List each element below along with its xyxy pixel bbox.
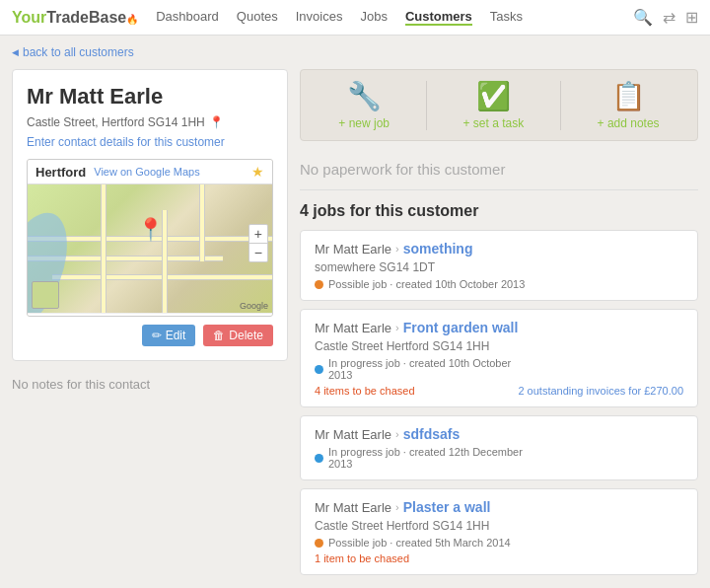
google-logo: Google: [240, 301, 268, 311]
checkmark-icon: ✅: [476, 80, 511, 112]
job-alert: 1 item to be chased: [315, 552, 409, 564]
customer-name: Mr Matt Earle: [27, 84, 273, 110]
job-footer: 1 item to be chased: [315, 552, 683, 564]
job-card[interactable]: Mr Matt Earle › sdfdsafs In progress job…: [300, 415, 698, 480]
job-arrow-icon: ›: [395, 243, 399, 255]
nav-dashboard[interactable]: Dashboard: [156, 9, 219, 26]
job-arrow-icon: ›: [395, 322, 399, 333]
customer-address: Castle Street, Hertford SG14 1HH 📍: [27, 115, 273, 129]
job-arrow-icon: ›: [395, 428, 399, 440]
search-icon[interactable]: 🔍: [633, 8, 653, 27]
divider-1: [426, 81, 427, 130]
nav-jobs[interactable]: Jobs: [360, 9, 387, 26]
job-status-dot: [315, 365, 323, 374]
delete-icon: 🗑: [213, 329, 225, 342]
new-job-action[interactable]: 🔧 + new job: [338, 80, 390, 130]
nav-quotes[interactable]: Quotes: [237, 9, 278, 26]
job-card[interactable]: Mr Matt Earle › Plaster a wall Castle St…: [300, 488, 698, 575]
map-footer: ©2014 Google · Map Data · Terms of Use ·…: [28, 313, 272, 317]
left-panel: Mr Matt Earle Castle Street, Hertford SG…: [12, 69, 288, 398]
right-panel: 🔧 + new job ✅ + set a task 📋 + add notes…: [300, 69, 698, 583]
job-status-text: Possible job · created 10th October 2013: [328, 278, 525, 290]
job-address: Castle Street Hertford SG14 1HH: [315, 519, 683, 533]
notes-icon: 📋: [611, 80, 646, 112]
job-card[interactable]: Mr Matt Earle › something somewhere SG14…: [300, 230, 698, 301]
map-container: Hertford View on Google Maps ★: [27, 159, 273, 317]
contact-link[interactable]: Enter contact details for this customer: [27, 135, 273, 149]
job-meta: In progress job · created 12th December2…: [315, 446, 683, 470]
job-title[interactable]: Plaster a wall: [403, 499, 491, 515]
map-body: 📍 + − Google: [28, 184, 272, 313]
divider-2: [560, 81, 561, 130]
job-meta: Possible job · created 10th October 2013: [315, 278, 683, 290]
fake-map: 📍 + − Google: [28, 184, 272, 313]
job-status-text: In progress job · created 10th October20…: [328, 357, 511, 381]
job-card[interactable]: Mr Matt Earle › Front garden wall Castle…: [300, 309, 698, 407]
no-paperwork-text: No paperwork for this customer: [300, 151, 698, 190]
edit-button[interactable]: ✏ Edit: [142, 325, 196, 346]
job-header: Mr Matt Earle › sdfdsafs: [315, 426, 683, 442]
map-pin-icon: 📍: [137, 217, 164, 243]
pin-icon: 📍: [209, 115, 224, 129]
jobs-section-title: 4 jobs for this customer: [300, 202, 698, 220]
map-location-name: Hertford: [36, 165, 86, 180]
job-customer-name: Mr Matt Earle: [315, 500, 391, 515]
no-notes-text: No notes for this contact: [12, 371, 288, 398]
add-notes-label: + add notes: [598, 116, 660, 130]
job-header: Mr Matt Earle › Plaster a wall: [315, 499, 683, 515]
set-task-action[interactable]: ✅ + set a task: [462, 80, 524, 130]
customer-card: Mr Matt Earle Castle Street, Hertford SG…: [12, 69, 288, 361]
job-footer: 4 items to be chased 2 outstanding invoi…: [315, 385, 683, 397]
nav-invoices[interactable]: Invoices: [296, 9, 343, 26]
job-address: somewhere SG14 1DT: [315, 260, 683, 274]
map-thumbnail: [32, 281, 59, 309]
job-invoice-alert: 2 outstanding invoices for £270.00: [518, 385, 683, 397]
zoom-in-button[interactable]: +: [249, 225, 267, 244]
job-status-dot: [315, 539, 323, 548]
edit-label: Edit: [166, 329, 186, 342]
quick-actions-bar: 🔧 + new job ✅ + set a task 📋 + add notes: [300, 69, 698, 141]
map-star-icon: ★: [251, 164, 264, 180]
content-row: Mr Matt Earle Castle Street, Hertford SG…: [12, 69, 698, 583]
export-icon[interactable]: ⊞: [685, 8, 698, 27]
job-meta: In progress job · created 10th October20…: [315, 357, 683, 381]
brand-flame: 🔥: [126, 14, 138, 25]
job-arrow-icon: ›: [395, 501, 399, 513]
nav-items: Dashboard Quotes Invoices Jobs Customers…: [156, 9, 615, 26]
new-job-label: + new job: [338, 116, 390, 130]
job-status-dot: [315, 454, 323, 463]
share-icon[interactable]: ⇄: [663, 8, 675, 27]
job-header: Mr Matt Earle › Front garden wall: [315, 320, 683, 335]
job-address: Castle Street Hertford SG14 1HH: [315, 339, 683, 353]
wrench-icon: 🔧: [347, 80, 382, 112]
job-title[interactable]: sdfdsafs: [403, 426, 461, 442]
job-status-text: Possible job · created 5th March 2014: [328, 537, 511, 549]
brand-tradebase: TradeBase: [46, 9, 126, 26]
page-wrap: back to all customers Mr Matt Earle Cast…: [0, 36, 710, 588]
job-header: Mr Matt Earle › something: [315, 241, 683, 257]
job-customer-name: Mr Matt Earle: [315, 242, 391, 257]
nav-customers[interactable]: Customers: [405, 9, 472, 26]
job-title[interactable]: Front garden wall: [403, 320, 519, 335]
job-status-dot: [315, 280, 323, 289]
brand-logo: YourTradeBase🔥: [12, 9, 138, 27]
job-customer-name: Mr Matt Earle: [315, 321, 391, 335]
back-link[interactable]: back to all customers: [12, 45, 134, 59]
zoom-out-button[interactable]: −: [249, 244, 267, 261]
add-notes-action[interactable]: 📋 + add notes: [598, 80, 660, 130]
card-actions: ✏ Edit 🗑 Delete: [27, 325, 273, 346]
delete-button[interactable]: 🗑 Delete: [203, 325, 273, 346]
brand-your: Your: [12, 9, 46, 26]
top-nav: YourTradeBase🔥 Dashboard Quotes Invoices…: [0, 0, 710, 36]
map-header-left: Hertford View on Google Maps: [36, 165, 200, 180]
map-zoom-controls[interactable]: + −: [248, 224, 268, 262]
address-text: Castle Street, Hertford SG14 1HH: [27, 115, 205, 129]
map-view-link[interactable]: View on Google Maps: [94, 166, 199, 178]
job-title[interactable]: something: [403, 241, 473, 257]
job-customer-name: Mr Matt Earle: [315, 427, 391, 442]
map-header: Hertford View on Google Maps ★: [28, 160, 272, 184]
nav-tasks[interactable]: Tasks: [490, 9, 523, 26]
job-meta: Possible job · created 5th March 2014: [315, 537, 683, 549]
edit-icon: ✏: [152, 329, 162, 342]
jobs-list: Mr Matt Earle › something somewhere SG14…: [300, 230, 698, 575]
